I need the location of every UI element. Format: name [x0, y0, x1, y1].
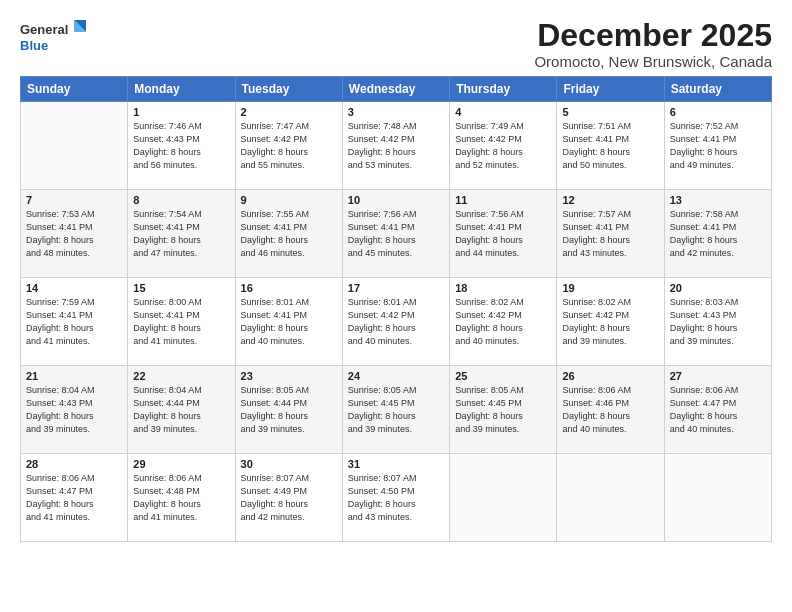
day-number: 15 — [133, 282, 229, 294]
calendar-cell: 9Sunrise: 7:55 AM Sunset: 4:41 PM Daylig… — [235, 190, 342, 278]
week-row-5: 28Sunrise: 8:06 AM Sunset: 4:47 PM Dayli… — [21, 454, 772, 542]
day-info: Sunrise: 7:53 AM Sunset: 4:41 PM Dayligh… — [26, 208, 122, 260]
calendar-cell — [450, 454, 557, 542]
day-number: 14 — [26, 282, 122, 294]
day-header-monday: Monday — [128, 77, 235, 102]
calendar-cell: 19Sunrise: 8:02 AM Sunset: 4:42 PM Dayli… — [557, 278, 664, 366]
calendar-cell: 28Sunrise: 8:06 AM Sunset: 4:47 PM Dayli… — [21, 454, 128, 542]
calendar-cell: 18Sunrise: 8:02 AM Sunset: 4:42 PM Dayli… — [450, 278, 557, 366]
day-info: Sunrise: 7:52 AM Sunset: 4:41 PM Dayligh… — [670, 120, 766, 172]
day-info: Sunrise: 7:51 AM Sunset: 4:41 PM Dayligh… — [562, 120, 658, 172]
day-info: Sunrise: 8:05 AM Sunset: 4:45 PM Dayligh… — [348, 384, 444, 436]
day-info: Sunrise: 7:55 AM Sunset: 4:41 PM Dayligh… — [241, 208, 337, 260]
day-number: 6 — [670, 106, 766, 118]
calendar-cell: 23Sunrise: 8:05 AM Sunset: 4:44 PM Dayli… — [235, 366, 342, 454]
day-info: Sunrise: 7:57 AM Sunset: 4:41 PM Dayligh… — [562, 208, 658, 260]
calendar-cell: 11Sunrise: 7:56 AM Sunset: 4:41 PM Dayli… — [450, 190, 557, 278]
calendar-cell: 5Sunrise: 7:51 AM Sunset: 4:41 PM Daylig… — [557, 102, 664, 190]
day-info: Sunrise: 8:07 AM Sunset: 4:50 PM Dayligh… — [348, 472, 444, 524]
day-info: Sunrise: 8:06 AM Sunset: 4:46 PM Dayligh… — [562, 384, 658, 436]
day-number: 22 — [133, 370, 229, 382]
calendar-cell: 8Sunrise: 7:54 AM Sunset: 4:41 PM Daylig… — [128, 190, 235, 278]
day-number: 19 — [562, 282, 658, 294]
day-number: 17 — [348, 282, 444, 294]
calendar-subtitle: Oromocto, New Brunswick, Canada — [534, 53, 772, 70]
day-info: Sunrise: 8:07 AM Sunset: 4:49 PM Dayligh… — [241, 472, 337, 524]
week-row-3: 14Sunrise: 7:59 AM Sunset: 4:41 PM Dayli… — [21, 278, 772, 366]
day-info: Sunrise: 7:47 AM Sunset: 4:42 PM Dayligh… — [241, 120, 337, 172]
day-info: Sunrise: 7:48 AM Sunset: 4:42 PM Dayligh… — [348, 120, 444, 172]
day-info: Sunrise: 8:06 AM Sunset: 4:47 PM Dayligh… — [26, 472, 122, 524]
day-info: Sunrise: 7:56 AM Sunset: 4:41 PM Dayligh… — [348, 208, 444, 260]
day-info: Sunrise: 8:00 AM Sunset: 4:41 PM Dayligh… — [133, 296, 229, 348]
day-number: 13 — [670, 194, 766, 206]
day-info: Sunrise: 7:58 AM Sunset: 4:41 PM Dayligh… — [670, 208, 766, 260]
title-block: December 2025 Oromocto, New Brunswick, C… — [534, 18, 772, 70]
calendar-cell — [21, 102, 128, 190]
day-info: Sunrise: 8:06 AM Sunset: 4:48 PM Dayligh… — [133, 472, 229, 524]
day-number: 21 — [26, 370, 122, 382]
day-info: Sunrise: 8:03 AM Sunset: 4:43 PM Dayligh… — [670, 296, 766, 348]
calendar-cell: 4Sunrise: 7:49 AM Sunset: 4:42 PM Daylig… — [450, 102, 557, 190]
day-number: 28 — [26, 458, 122, 470]
day-number: 12 — [562, 194, 658, 206]
calendar-cell: 31Sunrise: 8:07 AM Sunset: 4:50 PM Dayli… — [342, 454, 449, 542]
calendar-cell: 15Sunrise: 8:00 AM Sunset: 4:41 PM Dayli… — [128, 278, 235, 366]
day-number: 18 — [455, 282, 551, 294]
svg-text:General: General — [20, 22, 68, 37]
day-number: 1 — [133, 106, 229, 118]
calendar-cell: 1Sunrise: 7:46 AM Sunset: 4:43 PM Daylig… — [128, 102, 235, 190]
day-number: 20 — [670, 282, 766, 294]
day-header-saturday: Saturday — [664, 77, 771, 102]
calendar-cell: 26Sunrise: 8:06 AM Sunset: 4:46 PM Dayli… — [557, 366, 664, 454]
day-info: Sunrise: 7:54 AM Sunset: 4:41 PM Dayligh… — [133, 208, 229, 260]
day-number: 3 — [348, 106, 444, 118]
calendar-cell — [557, 454, 664, 542]
day-number: 24 — [348, 370, 444, 382]
calendar-header-row: SundayMondayTuesdayWednesdayThursdayFrid… — [21, 77, 772, 102]
calendar-cell: 6Sunrise: 7:52 AM Sunset: 4:41 PM Daylig… — [664, 102, 771, 190]
day-header-sunday: Sunday — [21, 77, 128, 102]
calendar-cell: 13Sunrise: 7:58 AM Sunset: 4:41 PM Dayli… — [664, 190, 771, 278]
day-info: Sunrise: 8:04 AM Sunset: 4:43 PM Dayligh… — [26, 384, 122, 436]
week-row-1: 1Sunrise: 7:46 AM Sunset: 4:43 PM Daylig… — [21, 102, 772, 190]
calendar-cell: 21Sunrise: 8:04 AM Sunset: 4:43 PM Dayli… — [21, 366, 128, 454]
calendar-cell: 24Sunrise: 8:05 AM Sunset: 4:45 PM Dayli… — [342, 366, 449, 454]
day-number: 2 — [241, 106, 337, 118]
calendar-cell: 7Sunrise: 7:53 AM Sunset: 4:41 PM Daylig… — [21, 190, 128, 278]
day-info: Sunrise: 8:05 AM Sunset: 4:44 PM Dayligh… — [241, 384, 337, 436]
week-row-4: 21Sunrise: 8:04 AM Sunset: 4:43 PM Dayli… — [21, 366, 772, 454]
day-number: 26 — [562, 370, 658, 382]
calendar-cell: 30Sunrise: 8:07 AM Sunset: 4:49 PM Dayli… — [235, 454, 342, 542]
day-info: Sunrise: 8:06 AM Sunset: 4:47 PM Dayligh… — [670, 384, 766, 436]
day-number: 27 — [670, 370, 766, 382]
day-number: 8 — [133, 194, 229, 206]
day-info: Sunrise: 8:02 AM Sunset: 4:42 PM Dayligh… — [562, 296, 658, 348]
day-number: 16 — [241, 282, 337, 294]
logo: General Blue — [20, 18, 90, 60]
calendar-cell: 25Sunrise: 8:05 AM Sunset: 4:45 PM Dayli… — [450, 366, 557, 454]
calendar-cell: 12Sunrise: 7:57 AM Sunset: 4:41 PM Dayli… — [557, 190, 664, 278]
day-number: 9 — [241, 194, 337, 206]
calendar-cell: 16Sunrise: 8:01 AM Sunset: 4:41 PM Dayli… — [235, 278, 342, 366]
calendar-title: December 2025 — [534, 18, 772, 53]
day-number: 23 — [241, 370, 337, 382]
day-info: Sunrise: 8:04 AM Sunset: 4:44 PM Dayligh… — [133, 384, 229, 436]
day-number: 25 — [455, 370, 551, 382]
day-number: 30 — [241, 458, 337, 470]
day-info: Sunrise: 7:46 AM Sunset: 4:43 PM Dayligh… — [133, 120, 229, 172]
calendar-cell: 3Sunrise: 7:48 AM Sunset: 4:42 PM Daylig… — [342, 102, 449, 190]
day-info: Sunrise: 7:59 AM Sunset: 4:41 PM Dayligh… — [26, 296, 122, 348]
day-number: 4 — [455, 106, 551, 118]
svg-text:Blue: Blue — [20, 38, 48, 53]
calendar-cell: 22Sunrise: 8:04 AM Sunset: 4:44 PM Dayli… — [128, 366, 235, 454]
day-number: 5 — [562, 106, 658, 118]
day-header-wednesday: Wednesday — [342, 77, 449, 102]
day-info: Sunrise: 8:01 AM Sunset: 4:41 PM Dayligh… — [241, 296, 337, 348]
day-number: 11 — [455, 194, 551, 206]
calendar-cell: 20Sunrise: 8:03 AM Sunset: 4:43 PM Dayli… — [664, 278, 771, 366]
page-container: General Blue December 2025 Oromocto, New… — [0, 0, 792, 552]
header: General Blue December 2025 Oromocto, New… — [20, 18, 772, 70]
day-number: 29 — [133, 458, 229, 470]
calendar-cell: 29Sunrise: 8:06 AM Sunset: 4:48 PM Dayli… — [128, 454, 235, 542]
